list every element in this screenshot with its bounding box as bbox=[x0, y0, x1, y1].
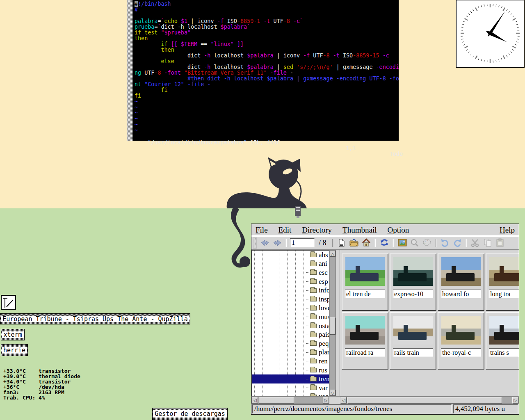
thumbnail-image[interactable] bbox=[441, 257, 481, 286]
tree-item-label: insp bbox=[319, 295, 329, 304]
scroll-right-arrow-icon[interactable]: ▷ bbox=[323, 397, 329, 404]
viewer-content: absaniescespinfoinsplovemusostapaispeqpl… bbox=[251, 250, 519, 396]
tree-item-abs[interactable]: abs bbox=[252, 251, 329, 260]
image-view-icon[interactable] bbox=[397, 237, 408, 248]
thumbnail-cell[interactable]: howard fo bbox=[438, 253, 484, 311]
tree-item-ani[interactable]: ani bbox=[252, 260, 329, 269]
thumbnail-cell[interactable]: long tra bbox=[486, 253, 519, 311]
terminal-text: #!/bin/bash#palabra=`echo $1 | iconv -f … bbox=[135, 1, 398, 140]
thumbnail-cell[interactable]: rails train bbox=[390, 312, 436, 370]
tree-item-rus[interactable]: rus bbox=[252, 366, 329, 375]
menu-edit[interactable]: Edit bbox=[278, 226, 292, 235]
terminal-window[interactable]: #!/bin/bash#palabra=`echo $1 | iconv -f … bbox=[127, 0, 399, 141]
tree-item-info[interactable]: info bbox=[252, 286, 329, 295]
zoom-icon[interactable] bbox=[409, 237, 420, 248]
menu-option[interactable]: Option bbox=[387, 226, 409, 235]
thumbnail-label: el tren de bbox=[345, 290, 385, 298]
folder-icon bbox=[310, 368, 317, 372]
menu-file[interactable]: File bbox=[256, 226, 268, 235]
tree-item-love[interactable]: love bbox=[252, 304, 329, 313]
thumbnail-cell[interactable]: el tren de bbox=[342, 253, 388, 311]
tree-item-osta[interactable]: osta bbox=[252, 322, 329, 331]
toolbar-grip[interactable] bbox=[253, 237, 257, 249]
scroll-up-arrow-icon[interactable]: △ bbox=[330, 251, 336, 257]
scroll-down-arrow-icon[interactable]: ▽ bbox=[330, 390, 336, 396]
tree-item-label: info bbox=[319, 286, 329, 294]
tree-item-mus[interactable]: mus bbox=[252, 313, 329, 322]
thumbnail-image[interactable] bbox=[393, 316, 433, 345]
folder-icon bbox=[310, 297, 317, 301]
thumbnail-image[interactable] bbox=[441, 316, 481, 345]
xterm-desktop-icon[interactable] bbox=[1, 295, 16, 310]
folder-icon bbox=[310, 279, 317, 284]
thumbnail-cell[interactable]: the-royal-c bbox=[438, 312, 484, 370]
tree-item-label: plan bbox=[319, 348, 329, 356]
home-icon[interactable] bbox=[361, 237, 372, 248]
folder-icon bbox=[310, 341, 317, 346]
new-document-icon[interactable] bbox=[336, 237, 347, 248]
iconified-title: xterm bbox=[2, 331, 24, 338]
tree-horizontal-scrollbar[interactable]: ◁ ▷ bbox=[251, 397, 329, 404]
tree-vscroll-thumb[interactable] bbox=[330, 317, 336, 335]
copy-icon[interactable] bbox=[482, 237, 493, 248]
iconified-herrie-window[interactable]: herrie bbox=[1, 344, 28, 356]
tree-item-plan[interactable]: plan bbox=[252, 348, 329, 357]
folder-icon bbox=[310, 262, 317, 266]
rotate-right-icon[interactable] bbox=[452, 237, 463, 248]
thumbnail-cell[interactable]: expreso-10 bbox=[390, 253, 436, 311]
cut-icon[interactable] bbox=[470, 237, 481, 248]
folder-icon bbox=[310, 306, 317, 310]
thumb-hscroll-thumb[interactable] bbox=[347, 397, 502, 404]
terminal-scrollbar[interactable] bbox=[127, 0, 133, 141]
palette-icon[interactable] bbox=[422, 237, 432, 248]
iconified-download-manager-window[interactable]: Gestor de descargas bbox=[152, 408, 228, 420]
iconified-qupzilla-window[interactable]: European Tribune - Tsipras Ups The Ante … bbox=[0, 313, 190, 324]
menu-directory[interactable]: Directory bbox=[302, 226, 332, 235]
forward-arrow-icon[interactable] bbox=[272, 237, 283, 248]
tree-item-label: abs bbox=[319, 251, 328, 259]
scroll-left-arrow-icon[interactable]: ◁ bbox=[252, 397, 258, 404]
folder-icon bbox=[310, 395, 317, 396]
rotate-left-icon[interactable] bbox=[440, 237, 450, 248]
tree-item-esc[interactable]: esc bbox=[252, 268, 329, 277]
scroll-right-arrow-icon[interactable]: ▷ bbox=[512, 397, 518, 404]
tree-item-insp[interactable]: insp bbox=[252, 295, 329, 304]
tree-item-label: var bbox=[319, 384, 328, 392]
page-number-input[interactable] bbox=[290, 238, 315, 247]
tree-item-tren[interactable]: tren bbox=[252, 374, 329, 383]
thumbnail-cell[interactable]: railroad ra bbox=[342, 312, 388, 370]
vim-cursor-position: 1,1 bbox=[346, 146, 356, 151]
refresh-icon[interactable] bbox=[379, 237, 390, 248]
scroll-left-arrow-icon[interactable]: ◁ bbox=[340, 397, 347, 404]
menu-thumbnail[interactable]: Thumbnail bbox=[342, 226, 377, 235]
folder-icon bbox=[310, 386, 317, 390]
thumbnail-pane[interactable]: el tren deexpreso-10howard folong trarai… bbox=[340, 250, 519, 396]
thumbnail-image[interactable] bbox=[393, 257, 433, 286]
clock-face bbox=[457, 0, 524, 67]
tree-item-label: esp bbox=[319, 278, 328, 286]
thumbnail-image[interactable] bbox=[489, 316, 519, 345]
iconified-xterm-window[interactable]: xterm bbox=[1, 329, 25, 340]
usb-plug-tip bbox=[297, 216, 299, 218]
tree-item-var[interactable]: var bbox=[252, 383, 329, 393]
page-total-label: / 8 bbox=[316, 239, 329, 247]
tree-vertical-scrollbar[interactable]: △ ▽ bbox=[329, 250, 336, 396]
tree-item-ren[interactable]: ren bbox=[252, 357, 329, 366]
tree-item-peq[interactable]: peq bbox=[252, 339, 329, 348]
menu-help[interactable]: Help bbox=[500, 226, 515, 235]
tree-hscroll-thumb[interactable] bbox=[259, 397, 294, 404]
paste-icon[interactable] bbox=[495, 237, 505, 248]
thumbnail-image[interactable] bbox=[489, 257, 519, 286]
open-folder-icon[interactable] bbox=[349, 237, 359, 248]
pane-divider[interactable] bbox=[336, 250, 340, 396]
directory-tree[interactable]: absaniescespinfoinsplovemusostapaispeqpl… bbox=[251, 250, 329, 396]
thumbnail-image[interactable] bbox=[345, 316, 385, 345]
back-arrow-icon[interactable] bbox=[260, 237, 270, 248]
tree-item-vac[interactable]: vac bbox=[252, 393, 329, 397]
thumb-horizontal-scrollbar[interactable]: ◁ ▷ bbox=[340, 397, 519, 404]
tree-item-pais[interactable]: pais bbox=[252, 330, 329, 339]
thumbnail-image[interactable] bbox=[345, 257, 385, 286]
thumbnail-cell[interactable]: trains s bbox=[486, 312, 519, 370]
image-viewer-window[interactable]: File Edit Directory Thumbnail Option Hel… bbox=[251, 224, 519, 415]
tree-item-esp[interactable]: esp bbox=[252, 277, 329, 286]
